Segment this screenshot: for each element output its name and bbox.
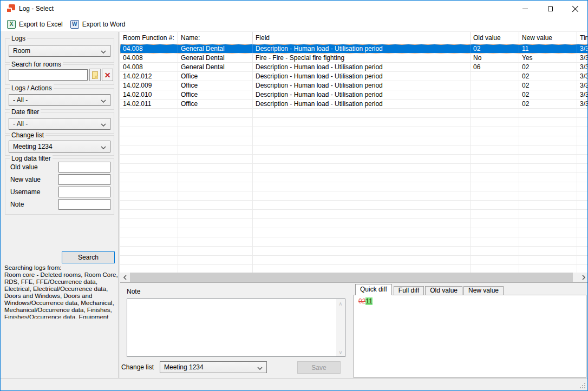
tab-new-value[interactable]: New value <box>463 286 504 295</box>
table-empty-cell <box>253 256 471 264</box>
table-empty-cell <box>471 201 519 209</box>
new-value-field[interactable] <box>58 174 110 185</box>
table-empty-cell <box>471 265 519 273</box>
old-value-field[interactable] <box>58 162 110 173</box>
room-picker-button[interactable] <box>89 69 101 81</box>
search-button[interactable]: Search <box>62 251 115 263</box>
table-empty-cell <box>178 136 253 145</box>
chevron-down-icon <box>101 123 106 127</box>
chevron-left-icon <box>123 275 127 280</box>
table-row[interactable]: 14.02.011OfficeDescription - Human load … <box>120 100 588 109</box>
table-horizontal-scrollbar[interactable] <box>120 273 588 282</box>
column-header-new-value[interactable]: New value <box>519 32 577 44</box>
search-rooms-input[interactable] <box>9 69 88 81</box>
table-row[interactable]: 04.008General DentalDescription - Human … <box>120 44 588 54</box>
table-cell-time: 3/3 <box>577 44 588 53</box>
export-to-word-button[interactable]: Export to Word <box>67 18 129 31</box>
log-data-filter-group: Log data filter Old value New value User… <box>5 158 114 215</box>
table-empty-cell <box>519 247 577 255</box>
title-bar[interactable]: Log - Select <box>1 1 587 17</box>
table-empty-cell <box>253 155 471 163</box>
date-filter-value: - All - <box>13 120 28 128</box>
table-cell-field: Description - Human load - Utilisation p… <box>253 72 471 81</box>
app-icon <box>6 4 15 13</box>
change-list-value: Meeting 1234 <box>13 143 53 150</box>
searching-logs-from-text: Searching logs from: Room core - Deleted… <box>4 264 118 319</box>
table-empty-cell <box>120 145 178 154</box>
note-field[interactable] <box>58 199 110 210</box>
resize-grip-icon[interactable] <box>579 382 586 389</box>
bottom-change-list-dropdown[interactable]: Meeting 1234 <box>160 361 267 373</box>
tab-quick-diff[interactable]: Quick diff <box>355 284 392 295</box>
tab-old-value[interactable]: Old value <box>425 286 462 295</box>
table-empty-row <box>120 237 588 247</box>
table-empty-cell <box>253 237 471 246</box>
table-empty-cell <box>519 191 577 200</box>
table-empty-cell <box>120 256 178 264</box>
table-empty-cell <box>120 201 178 209</box>
quick-diff-content: 0211 <box>358 297 373 305</box>
table-empty-cell <box>253 191 471 200</box>
table-empty-cell <box>253 228 471 237</box>
logs-group: Logs Room <box>5 38 114 63</box>
chevron-right-icon <box>582 275 585 280</box>
tab-full-diff[interactable]: Full diff <box>394 286 424 295</box>
change-list-dropdown[interactable]: Meeting 1234 <box>9 141 110 153</box>
table-cell-old-value: 06 <box>471 63 519 71</box>
table-header: Room Function #: Name: Field Old value N… <box>120 32 588 44</box>
table-empty-row <box>120 191 588 201</box>
table-empty-cell <box>253 136 471 145</box>
note-textarea[interactable] <box>127 299 336 356</box>
minimize-button[interactable] <box>513 1 538 17</box>
table-empty-row <box>120 127 588 136</box>
table-row[interactable]: 04.008General DentalDescription - Human … <box>120 63 588 72</box>
diff-panel: 0211 <box>354 295 586 378</box>
maximize-button[interactable] <box>538 1 563 17</box>
table-row[interactable]: 14.02.009OfficeDescription - Human load … <box>120 81 588 90</box>
table-cell-old-value <box>471 72 519 81</box>
note-page-icon <box>92 71 98 79</box>
table-empty-cell <box>519 265 577 273</box>
table-cell-time: 3/3 <box>577 63 588 71</box>
table-cell-name: Office <box>178 90 253 99</box>
scroll-right-button[interactable] <box>579 273 588 282</box>
sidebar: Logs Room Search for rooms Logs / Action… <box>1 32 119 390</box>
scroll-left-button[interactable] <box>120 273 129 282</box>
save-button[interactable]: Save <box>297 361 341 374</box>
minimize-icon <box>522 9 528 9</box>
column-header-field[interactable]: Field <box>253 32 471 44</box>
scroll-up-icon[interactable] <box>336 299 345 308</box>
table-empty-cell <box>178 210 253 218</box>
table-empty-cell <box>178 164 253 173</box>
table-empty-cell <box>471 127 519 136</box>
table-row[interactable]: 04.008General DentalFire - Fire - Specia… <box>120 54 588 63</box>
table-cell-new-value: 02 <box>519 90 577 99</box>
scrollbar-thumb[interactable] <box>130 273 573 282</box>
date-filter-dropdown[interactable]: - All - <box>9 118 110 130</box>
logs-dropdown[interactable]: Room <box>9 45 110 57</box>
table-empty-cell <box>519 210 577 218</box>
table-empty-cell <box>178 228 253 237</box>
column-header-name[interactable]: Name: <box>178 32 253 44</box>
scroll-down-icon[interactable] <box>336 348 345 356</box>
export-to-excel-button[interactable]: Export to Excel <box>4 18 66 31</box>
table-empty-cell <box>120 127 178 136</box>
table-row[interactable]: 14.02.010OfficeDescription - Human load … <box>120 90 588 100</box>
table-cell-room-function: 04.008 <box>120 54 178 62</box>
note-vertical-scrollbar[interactable] <box>336 299 345 356</box>
table-empty-cell <box>519 118 577 127</box>
column-header-old-value[interactable]: Old value <box>471 32 519 44</box>
close-button[interactable] <box>563 1 587 17</box>
clear-search-button[interactable] <box>102 69 113 81</box>
table-empty-cell <box>120 173 178 182</box>
logs-actions-dropdown[interactable]: - All - <box>9 94 110 106</box>
column-header-room-function[interactable]: Room Function #: <box>120 32 178 44</box>
table-empty-cell <box>120 182 178 191</box>
table-cell-new-value: 02 <box>519 72 577 81</box>
username-field[interactable] <box>58 187 110 197</box>
table-empty-row <box>120 109 588 118</box>
window-title: Log - Select <box>19 5 54 12</box>
table-row[interactable]: 14.02.012OfficeDescription - Human load … <box>120 72 588 81</box>
column-header-time[interactable]: Time <box>577 32 588 44</box>
table-empty-row <box>120 210 588 219</box>
